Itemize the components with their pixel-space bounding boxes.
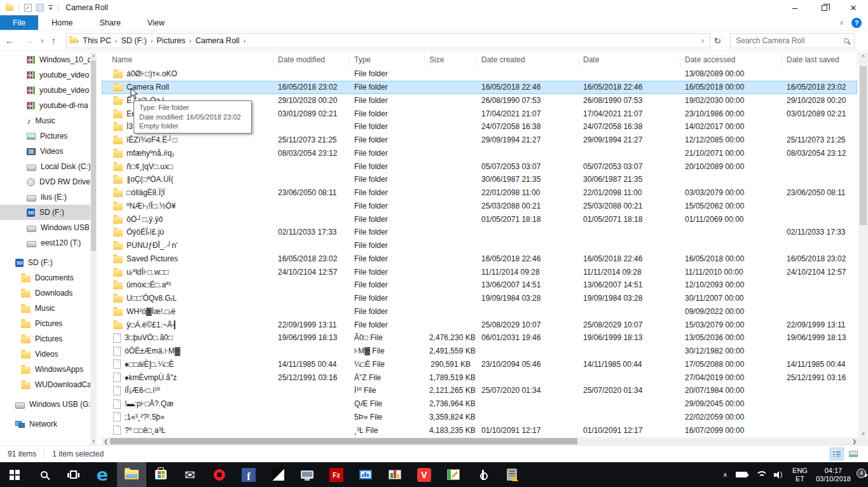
- sidebar-item-videos[interactable]: Videos: [0, 346, 90, 362]
- opera-browser[interactable]: [205, 462, 234, 487]
- scroll-left-icon[interactable]: ❮: [102, 439, 110, 444]
- forward-button[interactable]: →: [19, 36, 38, 46]
- table-row[interactable]: ŐýöÉÏᵣï£.jù02/11/2033 17:33File folder02…: [102, 226, 857, 239]
- taskbar-search-button[interactable]: [29, 462, 59, 487]
- column-header-type[interactable]: Type: [350, 52, 425, 67]
- table-row[interactable]: WH²ó▓Íæ!.□ᵣëFile folder09/09/2022 00:00: [102, 305, 857, 319]
- recent-locations-chevron-icon[interactable]: ∨: [38, 38, 46, 44]
- horizontal-scrollbar-thumb[interactable]: [110, 438, 577, 444]
- edge-browser[interactable]: e: [88, 462, 117, 487]
- volume-icon[interactable]: ): [774, 471, 784, 479]
- table-row[interactable]: !▬:p⊦□Å?.QæQÆ File2,736,964 KB29/09/2045…: [102, 397, 857, 411]
- up-button[interactable]: ↑: [46, 36, 61, 46]
- table-row[interactable]: uᵣºldÏ⊦□.w□□24/10/2104 12:57File folder1…: [102, 265, 857, 278]
- scroll-right-icon[interactable]: ❯: [850, 439, 858, 444]
- vivaldi-browser[interactable]: V: [410, 462, 439, 487]
- maximize-button[interactable]: [809, 0, 839, 15]
- start-button[interactable]: [0, 462, 29, 487]
- search-input[interactable]: [736, 36, 844, 45]
- table-row[interactable]: PÙNUƒÐÎ_.┘n'File folder: [102, 239, 857, 252]
- mail-app[interactable]: ✉: [176, 462, 205, 487]
- contacts-app[interactable]: [497, 462, 527, 487]
- sidebar-item-pictures[interactable]: Pictures: [0, 331, 90, 346]
- sidebar-item-windows-usb-g[interactable]: Windows USB (G: [0, 220, 90, 235]
- sidebar-item-windows-usb-g-[interactable]: Windows USB (G:): [0, 397, 90, 412]
- chevron-right-icon[interactable]: ›: [244, 37, 246, 45]
- breadcrumb-segment[interactable]: Pictures: [153, 36, 189, 45]
- table-row[interactable]: ♠kmÈvmpÙ.å"z25/12/1991 03:16Å"Z File1,78…: [102, 371, 857, 384]
- table-row[interactable]: □óllägÈ8.Ï¦Ì23/06/2050 08:11File folder2…: [102, 186, 857, 200]
- details-view-toggle[interactable]: [830, 448, 844, 460]
- sidebar-item-windowsapps[interactable]: WindowsApps: [0, 362, 90, 377]
- sidebar-item-pictures[interactable]: Pictures: [0, 128, 90, 144]
- customize-toolbar-dropdown[interactable]: ▼: [48, 5, 53, 11]
- breadcrumb-segment[interactable]: SD (F:): [117, 36, 150, 45]
- task-view-button[interactable]: [59, 462, 88, 487]
- file-explorer[interactable]: [117, 462, 146, 487]
- sidebar-scrollbar[interactable]: ∧ ∨: [90, 52, 97, 445]
- column-header-date-accessed[interactable]: Date accessed: [680, 52, 782, 67]
- table-row[interactable]: á0Ø⊦□)т«.oKOFile folder13/08/2089 00:00: [102, 67, 857, 81]
- breadcrumb-segment[interactable]: Camera Roll: [191, 36, 243, 45]
- sidebar-item-wudownloadca[interactable]: WUDownloadCa: [0, 377, 90, 392]
- sidebar-item-eest120-t-[interactable]: eest120 (T:): [0, 235, 90, 250]
- expand-ribbon-chevron-icon[interactable]: ∨: [839, 19, 844, 26]
- microsoft-store[interactable]: [146, 462, 176, 487]
- sidebar-item-sd-f-[interactable]: SD (F:): [0, 205, 90, 220]
- clock[interactable]: 04:17 03/10/2018: [816, 467, 851, 483]
- table-row[interactable]: ?º □□ê□¸a³Ŀ¸³Ŀ File4,183,235 KB01/10/209…: [102, 423, 857, 437]
- minimize-button[interactable]: –: [780, 0, 809, 15]
- sidebar-item-network[interactable]: Network: [0, 416, 90, 432]
- sidebar-item-ilus-e-[interactable]: ilus (E:): [0, 189, 90, 205]
- breadcrumb-segment[interactable]: This PC: [79, 36, 114, 45]
- table-row[interactable]: ïÎ¡Æ6-□.í¹ºÍ¹º File2,121,265 KB25/07/202…: [102, 384, 857, 397]
- table-row[interactable]: óÔÈ±Æmä.⊦M▓⊦M▓ File2,491,559 KB30/12/198…: [102, 345, 857, 358]
- sidebar-item-music[interactable]: Music: [0, 113, 90, 128]
- scroll-up-icon[interactable]: ∧: [90, 52, 97, 60]
- language-indicator[interactable]: ENG ET: [792, 467, 808, 483]
- battery-icon[interactable]: [736, 472, 747, 477]
- column-header-size[interactable]: Size: [425, 52, 477, 67]
- column-header-name[interactable]: Name: [102, 52, 273, 67]
- show-hidden-icons-chevron[interactable]: ∧: [723, 471, 727, 478]
- tab-home[interactable]: Home: [38, 15, 86, 30]
- table-row[interactable]: ñ□¢¸|qV□.ux□File folder05/07/2053 03:070…: [102, 160, 857, 173]
- new-folder-icon[interactable]: [36, 4, 44, 11]
- vertical-scrollbar[interactable]: ∧ ∨: [858, 52, 868, 437]
- thumbnails-view-toggle[interactable]: [846, 448, 860, 460]
- sidebar-item-videos[interactable]: Videos: [0, 144, 90, 159]
- table-row[interactable]: ïÊZï¾oF4.È┘□25/11/2073 21:25File folder2…: [102, 134, 857, 147]
- table-row[interactable]: ♠□□áiÈ]□.¼□È14/11/1985 00:44¼□È File290,…: [102, 358, 857, 371]
- search-icon[interactable]: [844, 38, 849, 43]
- system-monitor-app[interactable]: [293, 462, 322, 487]
- desktop-app[interactable]: [263, 462, 293, 487]
- sidebar-item-documents[interactable]: Documents: [0, 270, 90, 285]
- column-header-date-modified[interactable]: Date modified: [273, 52, 350, 67]
- help-icon[interactable]: ?: [851, 18, 862, 28]
- table-row[interactable]: Camera Roll16/05/2018 23:02File folder16…: [102, 81, 857, 94]
- column-header-date-last-saved[interactable]: Date last saved: [782, 52, 857, 67]
- table-row[interactable]: U□□'ÔQv8.GᵣLFile folder19/09/1984 03:281…: [102, 292, 857, 305]
- column-header-date[interactable]: Date: [579, 52, 680, 67]
- sidebar-item-sd-f-[interactable]: SD (F:): [0, 255, 90, 270]
- statistics-app[interactable]: [380, 462, 410, 487]
- wifi-icon[interactable]: [755, 471, 766, 479]
- table-row[interactable]: ÿ□Á.è©£1.~Å┨22/09/1999 13:11File folder2…: [102, 318, 857, 331]
- tab-share[interactable]: Share: [86, 15, 134, 30]
- close-button[interactable]: ×: [839, 0, 868, 15]
- sidebar-item-music[interactable]: Music: [0, 301, 90, 316]
- table-row[interactable]: ûmòx□É□.aª¹File folder13/06/2007 14:5113…: [102, 278, 857, 292]
- sidebar-item-local-disk-c-[interactable]: Local Disk (C:): [0, 159, 90, 174]
- column-header-date-created[interactable]: Date created: [477, 52, 579, 67]
- table-row[interactable]: Saved Pictures16/05/2018 23:02File folde…: [102, 252, 857, 266]
- table-row[interactable]: ∥oÇ(□ªŐA.ÚÍ(File folder30/06/1987 21:353…: [102, 173, 857, 186]
- table-row[interactable]: 3□þuVŐ□.ã0□19/06/1999 18:13Ã0□ File2,476…: [102, 331, 857, 345]
- sidebar-item-pictures[interactable]: Pictures: [0, 316, 90, 331]
- scroll-down-icon[interactable]: ∨: [90, 437, 97, 445]
- sidebar-item-youtube-video[interactable]: youtube_video: [0, 67, 90, 83]
- table-row[interactable]: ôŐ┘□,ÿ.ÿôFile folder01/05/2071 18:1801/0…: [102, 212, 857, 226]
- refresh-icon[interactable]: ↻: [710, 36, 726, 46]
- tab-view[interactable]: View: [134, 15, 178, 30]
- back-button[interactable]: ←: [0, 36, 19, 46]
- sidebar-item-windows-10-d[interactable]: Windows_10_d: [0, 52, 90, 67]
